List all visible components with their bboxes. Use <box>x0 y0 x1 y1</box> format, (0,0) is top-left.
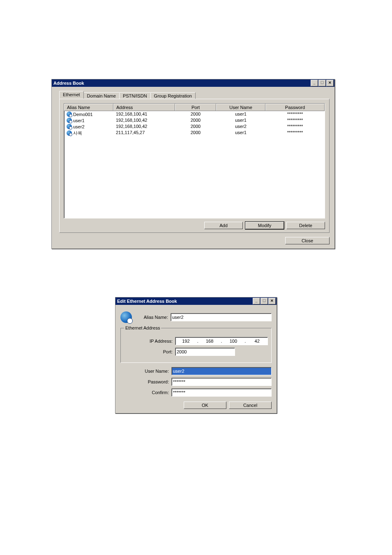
globe-icon <box>67 124 72 129</box>
alias-label: Alias Name: <box>134 315 171 320</box>
tab-ethernet[interactable]: Ethernet <box>59 91 84 99</box>
tab-panel: Alias Name Address Port User Name Passwo… <box>59 99 330 233</box>
tab-bar: Ethernet Domain Name PSTN/ISDN Group Reg… <box>59 91 330 99</box>
cell-alias: user2 <box>73 124 85 129</box>
col-password[interactable]: Password <box>265 104 325 111</box>
list-row[interactable]: 사옥 211,117,45,27 2000 user1 ********* <box>64 130 325 137</box>
cell-user: user1 <box>216 130 265 137</box>
window-title: Address Book <box>53 81 310 86</box>
password-input[interactable] <box>171 378 272 386</box>
address-list[interactable]: Alias Name Address Port User Name Passwo… <box>64 103 325 218</box>
window-title: Edit Ethernet Address Book <box>117 299 252 304</box>
cell-pass: ********* <box>265 123 325 130</box>
group-legend: Ethernet Address <box>124 325 161 330</box>
ip-seg-3[interactable] <box>223 339 244 344</box>
cell-user: user1 <box>216 117 265 123</box>
close-window-button[interactable]: ✕ <box>326 80 334 86</box>
tab-domain-name[interactable]: Domain Name <box>83 92 120 99</box>
ip-label: IP Address: <box>124 339 175 344</box>
cell-address: 211,117,45,27 <box>113 130 175 137</box>
maximize-button: ☐ <box>318 80 326 86</box>
list-row[interactable]: Demo001 192,168,100,41 2000 user1 ******… <box>64 111 325 117</box>
password-label: Password: <box>120 379 171 384</box>
cell-alias: user1 <box>73 118 85 123</box>
cell-pass: ********* <box>265 111 325 117</box>
list-row[interactable]: user2 192,168,100,42 2000 user2 ********… <box>64 123 325 130</box>
cell-address: 192,168,100,42 <box>113 123 175 130</box>
cell-pass: ********* <box>265 130 325 137</box>
cell-user: user1 <box>216 111 265 117</box>
list-row[interactable]: user1 192,168,100,42 2000 user1 ********… <box>64 117 325 123</box>
cell-port: 2000 <box>175 111 216 117</box>
col-username[interactable]: User Name <box>216 104 265 111</box>
col-port[interactable]: Port <box>175 104 216 111</box>
maximize-button: ☐ <box>261 298 268 304</box>
username-input[interactable] <box>171 367 272 375</box>
titlebar: Address Book _ ☐ ✕ <box>52 79 334 87</box>
cell-alias: Demo001 <box>73 112 93 117</box>
delete-button[interactable]: Delete <box>286 222 325 229</box>
alias-input[interactable] <box>171 313 272 321</box>
cell-alias: 사옥 <box>73 130 82 136</box>
port-input[interactable] <box>175 348 235 356</box>
globe-icon <box>67 130 72 136</box>
tab-group-registration[interactable]: Group Registration <box>150 92 196 99</box>
ip-seg-4[interactable] <box>247 339 267 344</box>
globe-icon <box>120 311 132 323</box>
cell-user: user2 <box>216 123 265 130</box>
ok-button[interactable]: OK <box>184 402 226 409</box>
minimize-button[interactable]: _ <box>311 80 318 86</box>
titlebar: Edit Ethernet Address Book _ ☐ ✕ <box>115 297 277 305</box>
modify-button[interactable]: Modify <box>245 222 284 229</box>
ethernet-address-group: Ethernet Address IP Address: . . . Port: <box>120 325 272 363</box>
ip-seg-1[interactable] <box>175 339 196 344</box>
cell-address: 192,168,100,42 <box>113 117 175 123</box>
cell-pass: ********* <box>265 117 325 123</box>
close-button[interactable]: Close <box>285 237 330 244</box>
tab-pstn-isdn[interactable]: PSTN/ISDN <box>119 92 151 99</box>
minimize-button[interactable]: _ <box>253 298 260 304</box>
edit-ethernet-window: Edit Ethernet Address Book _ ☐ ✕ Alias N… <box>115 297 277 413</box>
confirm-input[interactable] <box>171 388 272 397</box>
ip-seg-2[interactable] <box>199 339 220 344</box>
cell-address: 192,168,100,41 <box>113 111 175 117</box>
globe-icon <box>67 111 72 117</box>
address-book-window: Address Book _ ☐ ✕ Ethernet Domain Name … <box>51 79 335 249</box>
cancel-button[interactable]: Cancel <box>229 402 272 409</box>
list-header: Alias Name Address Port User Name Passwo… <box>64 104 325 111</box>
port-label: Port: <box>124 349 175 354</box>
cell-port: 2000 <box>175 130 216 137</box>
close-window-button[interactable]: ✕ <box>268 298 276 304</box>
cell-port: 2000 <box>175 123 216 130</box>
col-address[interactable]: Address <box>113 104 175 111</box>
confirm-label: Confirm: <box>120 390 171 395</box>
add-button[interactable]: Add <box>204 222 243 229</box>
col-alias[interactable]: Alias Name <box>64 104 113 111</box>
cell-port: 2000 <box>175 117 216 123</box>
ip-address-input[interactable]: . . . <box>175 337 268 345</box>
globe-icon <box>67 118 72 123</box>
username-label: User Name: <box>120 369 171 374</box>
